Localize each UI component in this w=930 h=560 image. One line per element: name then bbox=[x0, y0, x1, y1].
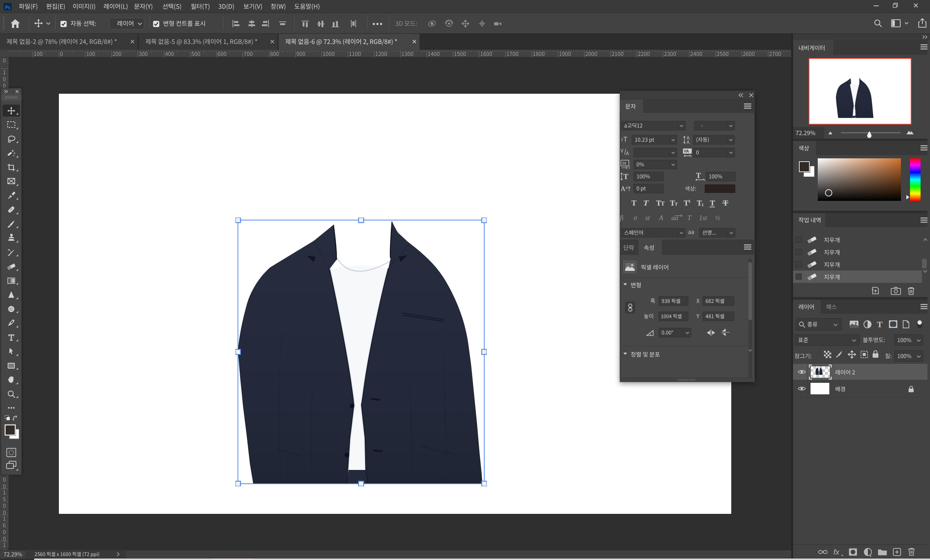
svg-text:T: T bbox=[877, 320, 882, 328]
svg-text:T: T bbox=[670, 198, 675, 208]
svg-text:fi: fi bbox=[620, 214, 624, 222]
svg-text:1: 1 bbox=[702, 202, 704, 208]
svg-text:T: T bbox=[661, 200, 665, 207]
svg-text:aa: aa bbox=[671, 214, 678, 222]
svg-text:T: T bbox=[642, 198, 649, 208]
svg-text:T: T bbox=[687, 214, 692, 222]
svg-text:T: T bbox=[656, 198, 661, 208]
svg-text:T: T bbox=[697, 198, 702, 208]
svg-text:T: T bbox=[710, 198, 715, 208]
svg-text:A: A bbox=[621, 185, 625, 192]
svg-text:T: T bbox=[696, 172, 701, 179]
svg-text:T: T bbox=[631, 198, 636, 208]
svg-text:1st: 1st bbox=[699, 214, 707, 222]
svg-text:T: T bbox=[684, 198, 689, 208]
svg-text:σ: σ bbox=[634, 214, 637, 222]
svg-text:fx: fx bbox=[833, 548, 840, 556]
svg-text:1: 1 bbox=[688, 198, 691, 204]
svg-text:a: a bbox=[625, 185, 628, 190]
svg-text:A: A bbox=[658, 214, 664, 222]
svg-text:VA: VA bbox=[684, 149, 689, 153]
svg-text:T: T bbox=[624, 172, 628, 180]
svg-text:어: 어 bbox=[622, 161, 626, 166]
svg-text:T: T bbox=[674, 201, 678, 207]
svg-text:st: st bbox=[645, 214, 650, 222]
svg-text:½: ½ bbox=[715, 214, 720, 222]
